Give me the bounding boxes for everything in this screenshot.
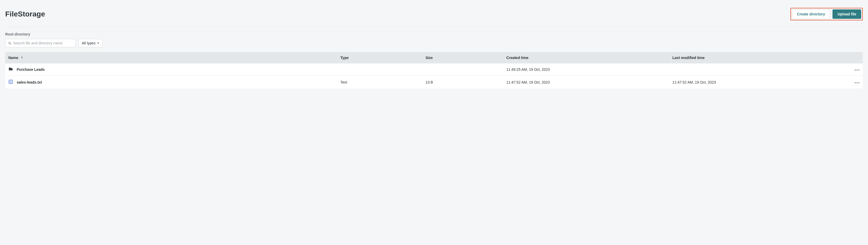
row-name: Purchase Leads (17, 67, 45, 71)
search-input-wrapper[interactable] (5, 39, 76, 47)
more-actions-icon[interactable] (855, 80, 860, 84)
column-header-created[interactable]: Created time (506, 56, 673, 60)
toolbar: All types (5, 39, 863, 47)
folder-icon (8, 67, 13, 71)
svg-point-4 (857, 69, 858, 70)
file-icon (8, 80, 13, 85)
svg-point-10 (855, 82, 856, 83)
search-icon (8, 41, 11, 45)
table-row[interactable]: Purchase Leads 11:49:25 AM, 19 Oct, 2023 (5, 63, 863, 75)
header-actions-highlight: Create directory Upload file (790, 8, 863, 20)
row-name: sales-leads.txt (17, 80, 42, 84)
column-header-size[interactable]: Size (425, 56, 506, 60)
table-header: Name Type Size Created time Last modifie… (5, 52, 863, 63)
page-header: FileStorage Create directory Upload file (5, 5, 863, 27)
chevron-down-icon (97, 42, 99, 44)
row-created: 11:47:52 AM, 19 Oct, 2023 (506, 80, 673, 84)
svg-point-3 (855, 69, 856, 70)
column-header-type[interactable]: Type (340, 56, 425, 60)
svg-point-0 (9, 42, 11, 44)
breadcrumb: Root directory (5, 32, 863, 36)
row-size: 13 B (425, 80, 506, 84)
svg-point-11 (857, 82, 858, 83)
upload-file-button[interactable]: Upload file (833, 9, 861, 19)
column-header-name-label: Name (8, 56, 18, 60)
more-actions-icon[interactable] (855, 67, 860, 71)
column-header-name[interactable]: Name (8, 56, 340, 60)
row-created: 11:49:25 AM, 19 Oct, 2023 (506, 67, 673, 71)
page-title: FileStorage (5, 10, 45, 18)
svg-point-12 (858, 82, 859, 83)
row-modified: 11:47:52 AM, 19 Oct, 2023 (673, 80, 834, 84)
column-header-modified[interactable]: Last modified time (673, 56, 834, 60)
table-row[interactable]: sales-leads.txt Text 13 B 11:47:52 AM, 1… (5, 76, 863, 89)
file-table: Name Type Size Created time Last modifie… (5, 52, 863, 89)
type-filter-select[interactable]: All types (78, 39, 103, 47)
table-body: Purchase Leads 11:49:25 AM, 19 Oct, 2023… (5, 63, 863, 89)
type-filter-label: All types (82, 41, 96, 45)
svg-point-5 (858, 69, 859, 70)
column-header-actions (834, 56, 860, 60)
create-directory-button[interactable]: Create directory (792, 9, 830, 19)
search-input[interactable] (13, 41, 73, 45)
svg-line-1 (10, 43, 11, 44)
sort-ascending-icon (20, 56, 24, 59)
row-type: Text (340, 80, 425, 84)
